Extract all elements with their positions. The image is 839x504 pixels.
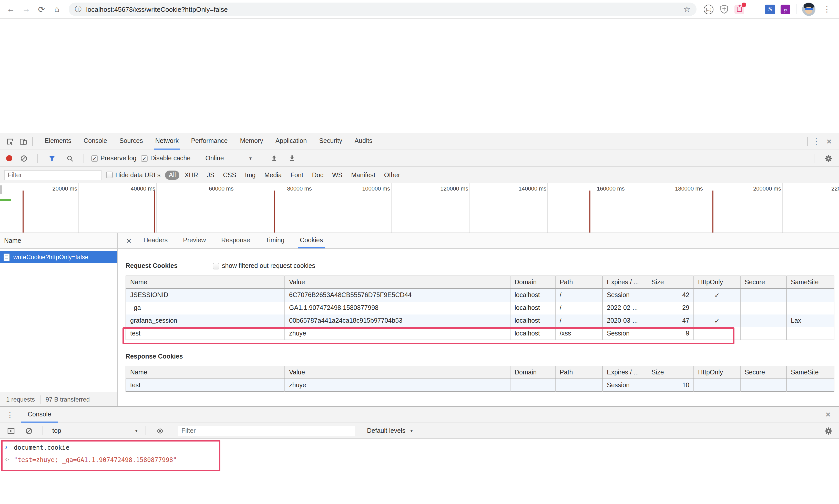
inspect-element-icon[interactable] — [3, 135, 16, 147]
column-header: Domain — [510, 366, 555, 379]
preserve-log-toggle[interactable]: ✓ Preserve log — [91, 155, 136, 162]
devtools-menu-icon[interactable]: ⋮ — [810, 137, 822, 146]
filter-funnel-icon[interactable] — [45, 152, 58, 164]
drawer-menu-icon[interactable]: ⋮ — [4, 410, 16, 419]
transferred-size: 97 B transferred — [46, 396, 90, 403]
detail-tab[interactable]: Preview — [181, 233, 208, 248]
column-header: Secure — [740, 276, 786, 289]
reload-icon[interactable]: ⟳ — [35, 3, 48, 16]
bookmark-star-icon[interactable]: ☆ — [683, 5, 691, 14]
extension-purple-icon[interactable]: ℘ — [781, 4, 790, 14]
detail-tab[interactable]: Response — [219, 233, 252, 248]
network-overview-timeline[interactable]: 20000 ms40000 ms60000 ms80000 ms100000 m… — [0, 183, 839, 233]
resource-type-filter[interactable]: All — [165, 170, 180, 180]
live-expression-eye-icon[interactable] — [153, 425, 167, 437]
execution-context-select[interactable]: top ▼ — [50, 427, 138, 434]
export-har-icon[interactable] — [285, 152, 299, 164]
disable-cache-checkbox[interactable]: ✓ — [141, 155, 147, 162]
network-filter-input[interactable] — [4, 170, 102, 180]
search-icon[interactable] — [63, 152, 76, 164]
devtools-tab[interactable]: Sources — [118, 133, 144, 149]
resource-type-filter[interactable]: Font — [287, 170, 307, 180]
devtools-close-icon[interactable]: ✕ — [822, 138, 836, 145]
devtools-panel: ElementsConsoleSourcesNetworkPerformance… — [0, 133, 839, 504]
console-close-icon[interactable]: ✕ — [821, 411, 835, 418]
timeline-tick-label: 20000 ms — [26, 185, 77, 192]
console-clear-icon[interactable] — [22, 425, 35, 437]
resource-type-filter[interactable]: Doc — [309, 170, 327, 180]
preserve-log-checkbox[interactable]: ✓ — [91, 155, 98, 162]
request-cookies-header-row: NameValueDomainPathExpires / ...SizeHttp… — [126, 276, 834, 289]
record-icon[interactable] — [6, 155, 12, 161]
devtools-tab[interactable]: Performance — [190, 133, 229, 149]
extension-grid-icon[interactable] — [750, 4, 759, 14]
profile-avatar[interactable] — [802, 3, 816, 16]
throttling-select[interactable]: Online ▼ — [205, 155, 252, 162]
chevron-down-icon: ▼ — [409, 429, 414, 433]
console-sidebar-toggle-icon[interactable] — [4, 425, 17, 437]
timeline-tick-label: 180000 ms — [652, 185, 703, 192]
show-filtered-cookies-toggle[interactable]: show filtered out request cookies — [213, 262, 315, 269]
cookie-row[interactable]: testzhuyeSession10 — [126, 379, 834, 392]
devtools-tabbar: ElementsConsoleSourcesNetworkPerformance… — [0, 133, 839, 150]
column-header: Name — [126, 366, 285, 379]
site-info-icon[interactable]: ⓘ — [75, 5, 82, 14]
home-icon[interactable]: ⌂ — [50, 3, 64, 16]
column-header: Value — [285, 366, 510, 379]
device-toolbar-icon[interactable] — [16, 135, 30, 147]
devtools-tab[interactable]: Application — [275, 133, 308, 149]
resource-type-filter[interactable]: JS — [203, 170, 218, 180]
response-cookies-title: Response Cookies — [126, 353, 183, 360]
console-message-text: "test=zhuye; _ga=GA1.1.907472498.1580877… — [14, 456, 177, 464]
console-filter-input[interactable] — [178, 426, 355, 436]
back-icon[interactable]: ← — [4, 3, 17, 16]
log-levels-select[interactable]: Default levels ▼ — [367, 427, 414, 434]
devtools-tab[interactable]: Security — [318, 133, 343, 149]
cookie-row[interactable]: testzhuyelocalhost/xssSession9 — [126, 327, 834, 340]
resource-type-filter[interactable]: Other — [381, 170, 404, 180]
disable-cache-toggle[interactable]: ✓ Disable cache — [141, 155, 190, 162]
devtools-tab[interactable]: Audits — [353, 133, 373, 149]
cookie-row[interactable]: _gaGA1.1.907472498.1580877998localhost/2… — [126, 302, 834, 314]
detail-tab[interactable]: Cookies — [298, 233, 325, 248]
devtools-tab[interactable]: Network — [154, 133, 180, 149]
resource-type-filter[interactable]: Img — [241, 170, 259, 180]
requests-name-column-header[interactable]: Name — [0, 233, 117, 249]
detail-tab[interactable]: Headers — [141, 233, 170, 248]
extension-braces-icon[interactable]: {…} — [704, 4, 713, 14]
hide-data-urls-checkbox[interactable] — [106, 172, 113, 178]
resource-type-filter[interactable]: CSS — [220, 170, 240, 180]
devtools-tab[interactable]: Elements — [43, 133, 72, 149]
toolbar-divider — [796, 4, 797, 14]
devtools-tab[interactable]: Console — [83, 133, 108, 149]
disable-cache-label: Disable cache — [150, 155, 190, 162]
console-drawer-tab[interactable]: Console — [21, 407, 58, 422]
resource-type-filter[interactable]: Media — [261, 170, 285, 180]
timeline-tick-label: 160000 ms — [574, 185, 625, 192]
summary-divider — [40, 395, 40, 403]
response-cookies-section: Response Cookies NameValueDomainPathExpi… — [126, 352, 839, 392]
devtools-tab[interactable]: Memory — [239, 133, 264, 149]
import-har-icon[interactable] — [267, 152, 281, 164]
cookie-row[interactable]: JSESSIONID6C7076B2653A48CB55576D75F9E5CD… — [126, 289, 834, 302]
resource-type-filter[interactable]: XHR — [181, 170, 202, 180]
resource-type-filter[interactable]: WS — [329, 170, 346, 180]
console-settings-gear-icon[interactable] — [822, 425, 835, 437]
column-header: SameSite — [786, 276, 834, 289]
request-row[interactable]: writeCookie?httpOnly=false — [0, 251, 117, 263]
detail-tab[interactable]: Timing — [263, 233, 286, 248]
extension-s-icon[interactable]: S — [765, 4, 775, 14]
forward-icon[interactable]: → — [19, 3, 33, 16]
clear-icon[interactable] — [17, 152, 30, 164]
extension-shield-icon[interactable] — [719, 4, 729, 14]
toolbar-divider — [260, 154, 260, 163]
address-bar[interactable]: ⓘ localhost:45678/xss/writeCookie?httpOn… — [69, 3, 697, 16]
extension-sitemap-icon[interactable]: + — [734, 4, 744, 14]
hide-data-urls-toggle[interactable]: Hide data URLs — [106, 171, 161, 179]
show-filtered-cookies-checkbox[interactable] — [213, 263, 220, 269]
resource-type-filter[interactable]: Manifest — [348, 170, 379, 180]
detail-close-icon[interactable]: ✕ — [122, 237, 136, 245]
cookie-row[interactable]: grafana_session00b65787a441a24ca18c915b9… — [126, 314, 834, 327]
network-settings-gear-icon[interactable] — [822, 152, 835, 164]
browser-menu-icon[interactable]: ⋮ — [821, 5, 833, 14]
